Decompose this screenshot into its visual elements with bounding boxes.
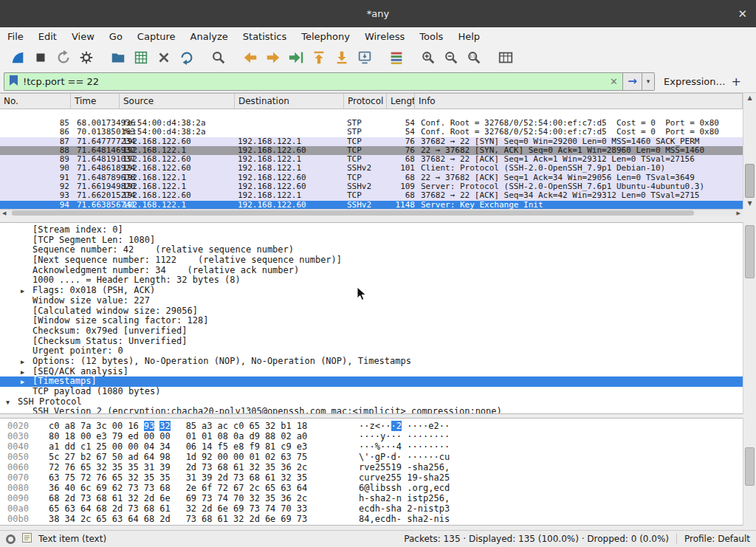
detail-line[interactable]: ▶Options: (12 bytes), No-Operation (NOP)…: [0, 357, 743, 367]
detail-line[interactable]: [Calculated window size: 29056]: [0, 306, 743, 317]
filter-text[interactable]: !tcp.port == 22: [23, 76, 605, 87]
scrollbar-thumb[interactable]: [745, 164, 755, 198]
packet-row[interactable]: 8871.648146932192.168.122.1192.168.122.6…: [0, 146, 743, 155]
zoom-out-button[interactable]: [439, 47, 462, 69]
menu-item-capture[interactable]: Capture: [130, 27, 183, 45]
packet-row[interactable]: 9171.648789678192.168.122.1192.168.122.6…: [0, 173, 743, 182]
bookmark-icon[interactable]: [9, 75, 18, 89]
column-header-no[interactable]: No.: [0, 94, 71, 109]
scrollbar-thumb[interactable]: [745, 447, 755, 486]
column-header-time[interactable]: Time: [71, 94, 120, 109]
display-filter-input[interactable]: !tcp.port == 22 ✕: [4, 72, 622, 91]
expanded-arrow-icon[interactable]: ▼: [6, 398, 10, 407]
detail-line[interactable]: ▼SSH Protocol: [0, 397, 743, 407]
menu-item-help[interactable]: Help: [450, 27, 487, 45]
detail-line[interactable]: Checksum: 0x79ed [unverified]: [0, 326, 743, 337]
scroll-down-icon[interactable]: ▼: [743, 200, 756, 207]
scroll-right-icon[interactable]: ▶: [737, 210, 740, 216]
column-header-length[interactable]: Length: [387, 94, 415, 109]
menu-item-view[interactable]: View: [64, 27, 102, 45]
detail-line[interactable]: [Checksum Status: Unverified]: [0, 337, 743, 347]
status-profile[interactable]: Profile: Default: [684, 534, 750, 544]
apply-filter-button[interactable]: →: [622, 72, 642, 91]
colorize-packets-button[interactable]: [385, 47, 408, 69]
packet-list-horizontal-scrollbar[interactable]: ◀ ▶: [0, 209, 743, 216]
detail-line[interactable]: ▶[Timestamps]: [0, 376, 743, 387]
go-to-packet-button[interactable]: [284, 47, 307, 69]
hex-row[interactable]: 00a0656364682d736861322d6e6973747033ecdh…: [0, 503, 743, 514]
find-packet-button[interactable]: [207, 47, 230, 69]
detail-line[interactable]: Sequence number: 42 (relative sequence n…: [0, 245, 743, 255]
packet-row[interactable]: 8971.648191037192.168.122.60192.168.122.…: [0, 155, 743, 164]
detail-line[interactable]: Window size value: 227: [0, 296, 743, 306]
column-header-protocol[interactable]: Protocol: [344, 94, 387, 109]
hex-row[interactable]: 0090682d736861322d6e697374703235362ch-sh…: [0, 493, 743, 503]
save-file-button[interactable]: [129, 47, 152, 69]
packet-row[interactable]: 8670.013850163fe:54:00:d4:38:2aSTP54Conf…: [0, 128, 743, 137]
detail-line[interactable]: 1000 .... = Header Length: 32 bytes (8): [0, 275, 743, 286]
detail-line[interactable]: Urgent pointer: 0: [0, 346, 743, 357]
zoom-100-button[interactable]: 1:1: [462, 47, 485, 69]
collapsed-arrow-icon[interactable]: ▶: [21, 377, 24, 387]
start-capture-button[interactable]: [6, 47, 29, 69]
packet-list-vertical-scrollbar[interactable]: ▲ ▼: [743, 93, 756, 209]
packet-row[interactable]: 9371.662015274192.168.122.60192.168.122.…: [0, 191, 743, 200]
hex-row[interactable]: 0070637572766532353531392d7368613235curv…: [0, 472, 743, 483]
scrollbar-thumb[interactable]: [745, 225, 755, 278]
detail-line[interactable]: ▶Flags: 0x018 (PSH, ACK): [0, 286, 743, 296]
column-header-destination[interactable]: Destination: [235, 94, 344, 109]
detail-line[interactable]: [Window size scaling factor: 128]: [0, 316, 743, 326]
clear-filter-icon[interactable]: ✕: [610, 76, 618, 87]
capture-comment-icon[interactable]: [21, 532, 32, 546]
go-forward-button[interactable]: [261, 47, 284, 69]
go-back-button[interactable]: [238, 47, 261, 69]
resize-columns-button[interactable]: [494, 47, 517, 69]
packet-row[interactable]: 9471.663856741192.168.122.1192.168.122.6…: [0, 201, 743, 209]
hex-row[interactable]: 006072766532353531392d7368613235362crve2…: [0, 462, 743, 472]
filter-add-button[interactable]: +: [726, 75, 746, 89]
hex-row[interactable]: 0040a1ddc125000004340614f5e8f981c9e3···%…: [0, 441, 743, 452]
packet-row[interactable]: 8771.647777234192.168.122.60192.168.122.…: [0, 137, 743, 146]
column-header-source[interactable]: Source: [120, 94, 235, 109]
close-window-button[interactable]: ✕: [738, 0, 747, 27]
menu-item-tools[interactable]: Tools: [412, 27, 450, 45]
menu-item-wireless[interactable]: Wireless: [357, 27, 412, 45]
menu-item-edit[interactable]: Edit: [31, 27, 64, 45]
go-to-top-button[interactable]: [307, 47, 330, 69]
hex-row[interactable]: 0020c0a87a3c0016933285a3acc06532b118··z<…: [0, 421, 743, 431]
detail-vertical-scrollbar[interactable]: [743, 222, 756, 414]
detail-line[interactable]: Acknowledgment number: 34 (relative ack …: [0, 266, 743, 276]
packet-row[interactable]: 8568.001734936fe:54:00:d4:38:2aSTP54Conf…: [0, 119, 743, 128]
detail-line[interactable]: SSH Version 2 (encryption:chacha20-poly1…: [0, 407, 743, 414]
menu-item-analyze[interactable]: Analyze: [183, 27, 236, 45]
detail-line[interactable]: [Stream index: 0]: [0, 225, 743, 235]
capture-options-button[interactable]: [75, 47, 97, 69]
collapsed-arrow-icon[interactable]: ▶: [21, 286, 24, 296]
menu-item-file[interactable]: File: [0, 27, 31, 45]
hex-row[interactable]: 00b038342c656364682d736861322d6e697384,e…: [0, 514, 743, 524]
packet-row[interactable]: 9271.661949820192.168.122.1192.168.122.6…: [0, 182, 743, 191]
open-file-button[interactable]: [106, 47, 129, 69]
stop-capture-button[interactable]: [29, 47, 52, 69]
close-file-button[interactable]: [152, 47, 175, 69]
scrollbar-thumb[interactable]: [12, 210, 694, 216]
scroll-left-icon[interactable]: ◀: [2, 210, 6, 216]
hex-vertical-scrollbar[interactable]: [743, 418, 756, 526]
detail-line[interactable]: TCP payload (1080 bytes): [0, 387, 743, 397]
expert-info-icon[interactable]: [6, 534, 16, 544]
hex-row[interactable]: 00505c27b26750ad64981d92000001026375\'·g…: [0, 452, 743, 462]
detail-line[interactable]: ▶[SEQ/ACK analysis]: [0, 367, 743, 377]
reload-file-button[interactable]: [175, 47, 198, 69]
filter-expression-button[interactable]: Expression…: [664, 76, 726, 87]
menu-item-telephony[interactable]: Telephony: [294, 27, 357, 45]
menu-item-statistics[interactable]: Statistics: [236, 27, 294, 45]
zoom-in-button[interactable]: [416, 47, 439, 69]
filter-history-caret[interactable]: ▾: [642, 72, 655, 91]
restart-capture-button[interactable]: [52, 47, 75, 69]
go-to-bottom-button[interactable]: [330, 47, 353, 69]
menu-item-go[interactable]: Go: [102, 27, 130, 45]
scroll-up-icon[interactable]: ▲: [743, 94, 756, 102]
hex-row[interactable]: 0030801800e379ed00000101080ad98802a0····…: [0, 431, 743, 441]
auto-scroll-button[interactable]: [353, 47, 376, 69]
detail-line[interactable]: [TCP Segment Len: 1080]: [0, 235, 743, 246]
